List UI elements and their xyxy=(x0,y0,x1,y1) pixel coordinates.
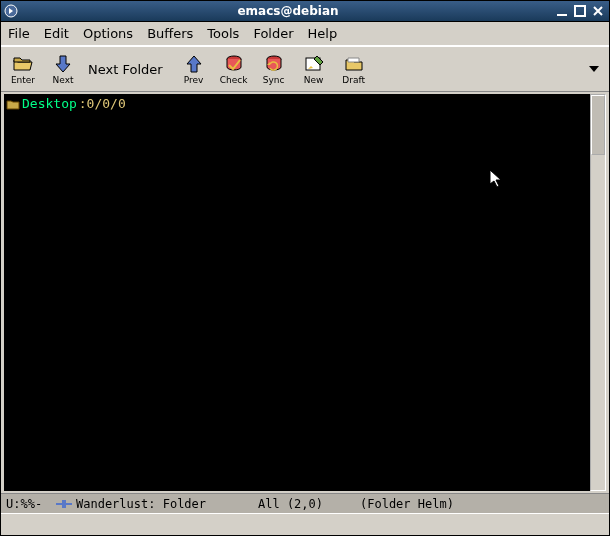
vertical-scrollbar[interactable] xyxy=(590,94,606,491)
modeline: U:%%- Wanderlust: Folder All (2,0) (Fold… xyxy=(0,493,610,513)
menu-edit[interactable]: Edit xyxy=(44,26,69,41)
modeline-position: All (2,0) xyxy=(258,497,358,511)
prev-button[interactable]: Prev xyxy=(175,49,213,89)
svg-rect-2 xyxy=(575,6,585,16)
menu-file[interactable]: File xyxy=(8,26,30,41)
enter-button[interactable]: Enter xyxy=(4,49,42,89)
arrow-up-icon xyxy=(182,53,206,75)
mouse-cursor-icon xyxy=(489,169,503,189)
folder-counts: :0/0/0 xyxy=(79,96,126,111)
svg-rect-7 xyxy=(56,503,72,505)
db-check-icon xyxy=(222,53,246,75)
toolbar-menu-dropdown[interactable] xyxy=(582,49,606,89)
menu-folder[interactable]: Folder xyxy=(253,26,293,41)
new-button[interactable]: New xyxy=(295,49,333,89)
svg-rect-1 xyxy=(557,14,567,16)
db-sync-icon xyxy=(262,53,286,75)
next-folder-button[interactable]: Next Folder xyxy=(84,62,173,77)
menu-buffers[interactable]: Buffers xyxy=(147,26,193,41)
folder-icon xyxy=(6,98,20,110)
check-label: Check xyxy=(220,75,248,85)
arrow-down-icon xyxy=(51,53,75,75)
folder-open-icon xyxy=(11,53,35,75)
modeline-minor: (Folder Helm) xyxy=(360,497,454,511)
toolbar: Enter Next Next Folder Prev Check xyxy=(0,46,610,92)
menubar: File Edit Options Buffers Tools Folder H… xyxy=(0,22,610,46)
modeline-status: U:%%- xyxy=(6,497,54,511)
enter-label: Enter xyxy=(11,75,35,85)
close-button[interactable] xyxy=(590,3,606,19)
check-button[interactable]: Check xyxy=(215,49,253,89)
draft-label: Draft xyxy=(342,75,365,85)
folder-name: Desktop xyxy=(22,96,77,111)
menu-options[interactable]: Options xyxy=(83,26,133,41)
draft-folder-icon xyxy=(342,53,366,75)
editor-area: Desktop:0/0/0 xyxy=(0,92,610,493)
modeline-mode: Wanderlust: Folder xyxy=(76,497,256,511)
folder-line[interactable]: Desktop:0/0/0 xyxy=(6,96,126,111)
buffer[interactable]: Desktop:0/0/0 xyxy=(4,94,590,491)
appmenu-icon[interactable] xyxy=(0,4,22,18)
menu-help[interactable]: Help xyxy=(308,26,338,41)
new-label: New xyxy=(304,75,324,85)
draft-button[interactable]: Draft xyxy=(335,49,373,89)
menu-tools[interactable]: Tools xyxy=(207,26,239,41)
sync-button[interactable]: Sync xyxy=(255,49,293,89)
window-title: emacs@debian xyxy=(22,4,554,18)
wanderlust-icon xyxy=(56,498,74,510)
sync-label: Sync xyxy=(263,75,285,85)
minimize-button[interactable] xyxy=(554,3,570,19)
titlebar: emacs@debian xyxy=(0,0,610,22)
prev-label: Prev xyxy=(184,75,204,85)
new-mail-icon xyxy=(302,53,326,75)
minibuffer[interactable] xyxy=(0,513,610,535)
next-button[interactable]: Next xyxy=(44,49,82,89)
scrollbar-thumb[interactable] xyxy=(591,95,605,155)
next-label: Next xyxy=(53,75,74,85)
maximize-button[interactable] xyxy=(572,3,588,19)
